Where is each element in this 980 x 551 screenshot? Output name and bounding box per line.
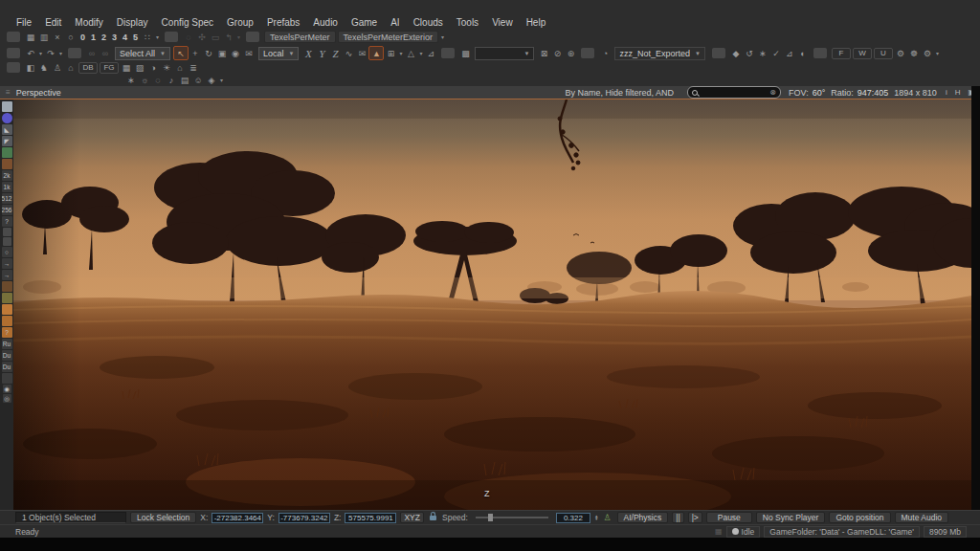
tray-grid-icon[interactable]: ▦ (715, 527, 723, 536)
axis-x-button[interactable]: X (301, 47, 315, 59)
vegetation-update-icon[interactable]: ∗ (756, 47, 769, 59)
angle-snap-icon[interactable]: △ (404, 47, 417, 59)
wiki-tool-button[interactable]: W (853, 48, 872, 59)
grid-snap-caret[interactable]: ▾ (397, 47, 404, 59)
import-layer-icon-1[interactable]: → (2, 258, 12, 269)
speed-slider[interactable] (476, 517, 548, 518)
clay-texture-swatch[interactable] (2, 316, 12, 326)
texels-per-meter-button[interactable]: TexelsPerMeter (264, 31, 336, 43)
sphere-swatch[interactable] (2, 113, 12, 123)
menu-game[interactable]: Game (345, 17, 384, 28)
sand-texture-swatch[interactable] (2, 304, 12, 315)
speed-value-field[interactable]: 0.322 (556, 513, 590, 523)
res-2k-button[interactable]: 2k (2, 170, 12, 181)
menu-view[interactable]: View (485, 17, 520, 28)
redo-caret[interactable]: ▾ (57, 47, 64, 59)
goto-position-button[interactable]: Goto position (829, 512, 890, 523)
rotate-icon[interactable]: ↻ (202, 47, 215, 59)
menu-tools[interactable]: Tools (450, 17, 485, 28)
export-preset-dropdown[interactable]: zzz_Not_Exported ▼ (614, 47, 705, 60)
texels-per-meter-exterior-button[interactable]: TexelsPerMeterExterior (338, 31, 439, 43)
spec-0-button[interactable]: 0 (78, 31, 88, 43)
select-object-icon[interactable]: ◉ (229, 47, 242, 59)
scale-icon[interactable]: ▣ (215, 47, 229, 59)
layer-editor-icon[interactable]: ≣ (187, 61, 200, 74)
export-globe-icon[interactable]: ◔ (598, 47, 612, 59)
character-editor-icon[interactable]: ♙ (51, 61, 64, 74)
small-tool-icon-1[interactable] (3, 228, 11, 236)
move-icon[interactable]: + (189, 47, 202, 59)
du-layer-button-1[interactable]: Du (2, 350, 12, 361)
box-select-icon[interactable]: ▭ (209, 31, 222, 43)
menu-edit[interactable]: Edit (38, 17, 68, 28)
overflow-caret-4[interactable]: ▾ (934, 47, 941, 59)
overflow-caret-3[interactable]: ▾ (439, 31, 446, 43)
spec-1-button[interactable]: 1 (88, 31, 99, 43)
menu-prefabs[interactable]: Prefabs (260, 17, 306, 28)
menu-display[interactable]: Display (110, 17, 155, 28)
brush-swatch[interactable] (2, 101, 12, 112)
no-sync-player-button[interactable]: No Sync Player (756, 512, 826, 523)
player-camera-icon[interactable]: ♙ (603, 513, 611, 522)
terrain-texture-swatch[interactable] (2, 147, 12, 158)
dialog-editor-icon[interactable]: ◌ (151, 74, 165, 86)
menu-audio[interactable]: Audio (306, 17, 345, 28)
grid-snap-icon[interactable]: ⊞ (384, 47, 397, 59)
reference-coordsys-dropdown[interactable]: Local ▼ (258, 47, 299, 60)
z-coordinate-field[interactable]: 575575.9991 (345, 513, 396, 523)
speed-spinner[interactable]: ▴▾ (595, 515, 598, 520)
undo-caret[interactable]: ▾ (37, 47, 44, 59)
return-icon[interactable]: ↰ (222, 31, 235, 43)
speed-slider-handle[interactable] (488, 514, 493, 521)
axis-y-button[interactable]: Y (315, 47, 328, 59)
lock-axis-icon[interactable] (430, 516, 436, 520)
database-view-button[interactable]: DB (78, 62, 98, 74)
preferences-gear-icon[interactable]: ⚙ (921, 47, 934, 59)
terrain-texture-icon[interactable]: ▨ (133, 61, 146, 74)
redo-icon[interactable]: ↷ (44, 47, 57, 59)
mannequin-editor-icon[interactable]: ⌂ (64, 61, 78, 74)
spec-4-button[interactable]: 4 (120, 31, 130, 43)
facial-editor-icon[interactable]: ☺ (191, 74, 205, 86)
named-selection-dropdown[interactable]: ▼ (475, 47, 534, 60)
menu-ai[interactable]: AI (384, 17, 406, 28)
missing-texture-swatch[interactable]: ? (2, 327, 12, 338)
selection-mask-icon[interactable]: ▩ (458, 47, 472, 59)
eye-visible-icon[interactable]: ◉ (3, 385, 11, 393)
menu-help[interactable]: Help (520, 17, 553, 28)
vertex-snap-icon[interactable]: ∿ (342, 47, 355, 59)
res-256-button[interactable]: 256 (2, 205, 12, 215)
hide-objects-icon[interactable]: ⊘ (550, 47, 564, 59)
lasso-icon[interactable]: ◌ (182, 31, 195, 43)
layer-grid-icon[interactable]: ▦ (24, 31, 37, 43)
layer-grid-alt-icon[interactable]: ▥ (37, 31, 51, 43)
circle-brush-icon[interactable]: ○ (2, 247, 12, 257)
mute-audio-button[interactable]: Mute Audio (895, 512, 949, 523)
step-physics-button[interactable]: |> (688, 512, 702, 523)
menu-clouds[interactable]: Clouds (407, 17, 450, 28)
viewport-search-box[interactable]: ⊗ (687, 86, 781, 99)
terrain-editor-icon[interactable]: ▦ (120, 61, 133, 74)
sun-trajectory-icon[interactable]: ☀ (160, 61, 173, 74)
overflow-caret-2[interactable]: ▾ (235, 31, 242, 43)
deselect-icon[interactable]: ✉ (242, 47, 256, 59)
grass-texture-swatch[interactable] (2, 293, 12, 303)
soil-texture-swatch[interactable] (2, 281, 12, 292)
pause-button[interactable]: Pause (706, 512, 752, 523)
x-coordinate-field[interactable]: -272382.3464 (212, 513, 263, 523)
overflow-caret-5[interactable]: ▾ (218, 74, 225, 86)
angle-snap-caret[interactable]: ▾ (417, 47, 424, 59)
res-512-button[interactable]: 512 (2, 193, 12, 204)
vehicle-editor-icon[interactable]: ⌂ (173, 61, 187, 74)
visual-log-icon[interactable]: ▤ (178, 74, 191, 86)
circle-tool-icon[interactable]: ○ (64, 31, 78, 43)
small-tool-icon-2[interactable] (3, 237, 11, 246)
wheel-settings-icon[interactable]: ☸ (907, 47, 921, 59)
spec-5-button[interactable]: 5 (130, 31, 141, 43)
smart-object-icon[interactable]: ♞ (37, 61, 51, 74)
audio-controls-icon[interactable]: ♪ (165, 74, 178, 86)
dark-layer-swatch[interactable] (2, 373, 12, 384)
update-tool-button[interactable]: U (874, 48, 893, 59)
overflow-caret-1[interactable]: ▾ (154, 31, 161, 43)
info-toggle-button[interactable]: i (943, 87, 950, 98)
